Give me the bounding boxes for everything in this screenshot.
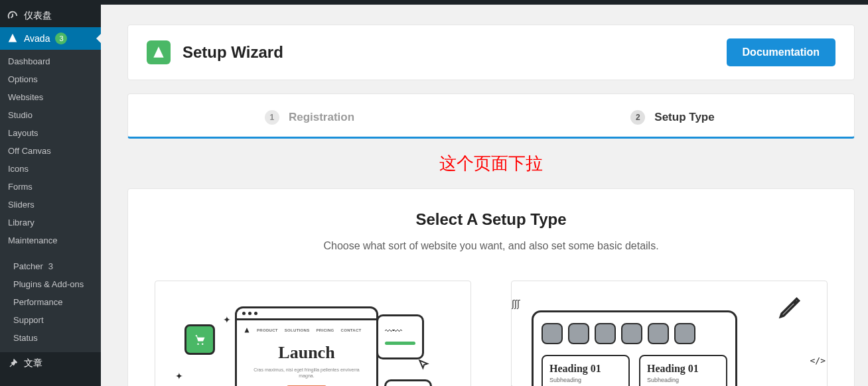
sidebar-sub-dashboard[interactable]: Dashboard — [0, 52, 101, 70]
panel-illus — [384, 379, 432, 386]
sidebar-sub-status[interactable]: Status — [0, 329, 101, 347]
sidebar-sub-patcher[interactable]: Patcher 3 — [0, 257, 101, 275]
main-card: Select A Setup Type Choose what sort of … — [127, 188, 855, 386]
cursor-icon — [417, 358, 431, 374]
sidebar-sub-forms[interactable]: Forms — [0, 178, 101, 196]
steps-card: 1 Registration 2 Setup Type — [127, 94, 855, 139]
sidebar-sub-options[interactable]: Options — [0, 70, 101, 88]
pin-icon — [7, 357, 19, 369]
admin-sidebar: 仪表盘 Avada 3 Dashboard Options Websites S… — [0, 5, 101, 386]
browser-mockup: PRODUCT SOLUTIONS PRICING CONTACT Launch… — [235, 306, 378, 386]
sidebar-sub-layouts[interactable]: Layouts — [0, 124, 101, 142]
header-card: Setup Wizard Documentation — [127, 25, 855, 80]
main-heading: Select A Setup Type — [155, 210, 828, 229]
patcher-label: Patcher — [13, 261, 43, 271]
svg-point-1 — [202, 343, 204, 345]
setup-option-prebuilt[interactable]: ✦ ✦ PRODUCT SOLUTIONS — [155, 281, 471, 386]
illus-card-2: Heading 01 Subheading — [639, 355, 727, 386]
step-2-label: Setup Type — [654, 111, 714, 124]
sidebar-sub-support[interactable]: Support — [0, 311, 101, 329]
sparkle-icon: ✦ — [175, 371, 183, 381]
sparkle-icon: ✦ — [223, 314, 231, 325]
step-setup-type[interactable]: 2 Setup Type — [491, 110, 854, 125]
frame-illus: Heading 01 Subheading Heading 01 Subhead… — [532, 310, 737, 386]
pencil-icon — [778, 296, 802, 322]
code-icon: </> — [810, 355, 826, 365]
admin-topbar — [0, 0, 868, 5]
illus-hero-text: Cras maximus, nisi eget fringilla pellen… — [244, 367, 370, 379]
documentation-button[interactable]: Documentation — [727, 38, 835, 66]
svg-point-0 — [197, 343, 199, 345]
step-registration[interactable]: 1 Registration — [128, 110, 491, 125]
avada-icon — [7, 32, 19, 44]
illus-hero-title: Launch — [244, 343, 370, 363]
dashboard-icon — [7, 10, 19, 22]
sidebar-sub-websites[interactable]: Websites — [0, 88, 101, 106]
sidebar-sub-studio[interactable]: Studio — [0, 106, 101, 124]
sidebar-posts-label: 文章 — [24, 357, 42, 369]
step-2-num: 2 — [630, 110, 645, 125]
sparkle-icon: ✦ — [511, 381, 513, 386]
setup-options: ✦ ✦ PRODUCT SOLUTIONS — [155, 281, 828, 386]
step-1-label: Registration — [289, 111, 354, 124]
illustration-scratch: ʃʃʃ ✦ </> Heading 01 — [532, 301, 807, 386]
page-title: Setup Wizard — [182, 43, 715, 62]
sidebar-sub-sliders[interactable]: Sliders — [0, 196, 101, 214]
illus-card-1: Heading 01 Subheading — [542, 355, 630, 386]
sidebar-item-posts[interactable]: 文章 — [0, 352, 101, 375]
sidebar-dashboard-label: 仪表盘 — [24, 10, 52, 22]
sidebar-item-dashboard[interactable]: 仪表盘 — [0, 5, 101, 27]
patcher-badge: 3 — [48, 261, 53, 271]
main-subtext: Choose what sort of website you want, an… — [305, 238, 677, 254]
widget-illus: 〰〰 — [376, 314, 424, 359]
sidebar-item-avada[interactable]: Avada 3 — [0, 27, 101, 50]
avada-submenu-2: Patcher 3 Plugins & Add-ons Performance … — [0, 255, 101, 352]
illustration-prebuilt: ✦ ✦ PRODUCT SOLUTIONS — [175, 301, 451, 386]
cart-icon — [184, 324, 215, 355]
step-1-num: 1 — [265, 110, 279, 125]
avada-submenu: Dashboard Options Websites Studio Layout… — [0, 50, 101, 255]
sidebar-sub-icons[interactable]: Icons — [0, 160, 101, 178]
avada-badge: 3 — [55, 32, 67, 44]
squiggle-icon: ʃʃʃ — [512, 298, 520, 309]
annotation-text: 这个页面下拉 — [127, 152, 855, 175]
sidebar-sub-maintenance[interactable]: Maintenance — [0, 231, 101, 249]
content-area: Setup Wizard Documentation 1 Registratio… — [101, 5, 868, 386]
setup-option-scratch[interactable]: ʃʃʃ ✦ </> Heading 01 — [511, 281, 828, 386]
sidebar-avada-label: Avada — [24, 33, 50, 44]
sidebar-sub-performance[interactable]: Performance — [0, 293, 101, 311]
sidebar-sub-library[interactable]: Library — [0, 214, 101, 231]
avada-logo — [147, 40, 171, 64]
sidebar-sub-plugins[interactable]: Plugins & Add-ons — [0, 275, 101, 293]
sidebar-sub-offcanvas[interactable]: Off Canvas — [0, 142, 101, 160]
